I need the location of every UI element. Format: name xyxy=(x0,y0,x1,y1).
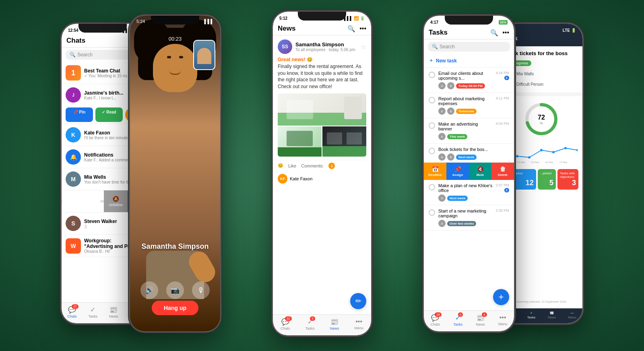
time-tasks: 4:17 xyxy=(430,20,438,25)
tab-news-tasks[interactable]: 📰 4 News xyxy=(476,314,485,326)
detail-tab-menu[interactable]: ••• Menu xyxy=(568,311,576,319)
post-body-text: Finally signed the rental agreement. As … xyxy=(278,64,363,89)
task-checkbox-4[interactable] xyxy=(429,148,435,154)
time-news: 5:12 xyxy=(279,16,287,21)
new-task-label: New task xyxy=(436,58,457,64)
tab-tasks-tasks[interactable]: ✓ 4 Tasks xyxy=(453,314,462,326)
task-name-6: Start of a new marketing campaign xyxy=(438,209,492,218)
mute-button-task[interactable]: 🔇 Mute xyxy=(469,163,491,180)
read-button[interactable]: ✓ Read xyxy=(95,107,123,122)
hangup-button[interactable]: Hang up xyxy=(152,301,198,315)
commenter-name: Kate Faxon xyxy=(290,176,312,181)
task-checkbox-5[interactable] xyxy=(429,184,435,190)
task-avatar-2b: B xyxy=(447,107,454,115)
task-name-3: Make an advertising banner xyxy=(438,122,492,131)
delete-button-task[interactable]: 🗑 Delete xyxy=(491,163,514,180)
task-meta-1: A B Today 08:00 PM xyxy=(438,82,492,89)
task-content-6: Start of a new marketing campaign A Over… xyxy=(438,209,492,227)
unfollow-button[interactable]: 🔕 Unfollow xyxy=(104,190,128,212)
chat-info-kate: Kate Faxon I'll be there in ten minutes xyxy=(84,130,132,140)
task-action-buttons: 📅 Deadline 📌 Assign 🔇 Mute 🗑 xyxy=(424,163,514,180)
tab-news-news[interactable]: 📰 News xyxy=(330,318,339,330)
tab-chats-news[interactable]: 💬 32 Chats xyxy=(281,318,290,330)
mute-icon: 🔇 xyxy=(477,166,484,172)
detail-tab-news[interactable]: 📰 News xyxy=(548,311,556,319)
chat-info: Best Team Chat ✓ You: Meeting in 15 minu… xyxy=(84,68,132,78)
tab-chats-tasks[interactable]: 💬 28 Chats xyxy=(431,314,440,326)
task-avatar-4a: A xyxy=(438,153,446,161)
tasks-search-bar[interactable]: 🔍 Search xyxy=(428,42,510,52)
wifi-news: 📶 xyxy=(354,16,359,21)
task-item-4[interactable]: Book tickets for the bos... A B Next wee… xyxy=(424,144,514,163)
deadline-button[interactable]: 📅 Deadline xyxy=(424,163,446,180)
task-person-row: Mia Walls xyxy=(505,69,578,78)
stat-objections-value: 3 xyxy=(560,179,576,187)
post-author-name: Samantha Simpson xyxy=(295,41,355,47)
detail-tasks-label: Tasks xyxy=(527,316,535,319)
task-item-6[interactable]: Start of a new marketing campaign A Over… xyxy=(424,205,514,231)
stat-objections-label: Tasks with objections xyxy=(560,171,576,179)
tab-chats[interactable]: 💬 27 Chats xyxy=(67,306,77,318)
task-item-1[interactable]: Email our clients about upcoming s... A … xyxy=(424,68,514,93)
task-content-1: Email our clients about upcoming s... A … xyxy=(438,71,492,89)
time-chats: 12:54 xyxy=(68,28,78,33)
tab-menu-tasks[interactable]: ••• Menu xyxy=(498,314,508,326)
tab-tasks[interactable]: ✓ Tasks xyxy=(88,306,97,318)
avatar-mia: M xyxy=(66,171,81,187)
more-news-icon[interactable]: ••• xyxy=(359,25,366,33)
search-tasks-icon-sm: 🔍 xyxy=(432,44,438,50)
tab-chats-label: Chats xyxy=(67,314,77,318)
date-label: Summary selected: 13 September 2018 xyxy=(504,300,578,303)
avatar-jasmine: J xyxy=(66,87,81,103)
task-time-3: 4:04 PM xyxy=(495,122,509,126)
more-tasks-icon[interactable]: ••• xyxy=(502,29,509,37)
new-task-button[interactable]: ＋ New task xyxy=(424,54,514,68)
news-tab-icon: 📰 xyxy=(109,306,118,314)
chat-preview-best-team: ✓ You: Meeting in 15 minutes xyxy=(84,74,132,78)
task-checkbox-6[interactable] xyxy=(429,209,435,216)
task-avatar-6a: A xyxy=(438,220,446,227)
task-meta-2: A B Tomorrow xyxy=(438,107,492,115)
detail-news-icon: 📰 xyxy=(550,311,554,315)
task-checkbox-1[interactable] xyxy=(429,72,435,78)
post-images xyxy=(278,93,366,157)
assign-button[interactable]: 📌 Assign xyxy=(446,163,469,180)
task-tag-2: Tomorrow xyxy=(456,109,477,114)
task-section2-name: Difficult Person xyxy=(516,82,543,87)
pin-button[interactable]: 📌 Pin xyxy=(66,107,93,122)
speaker-button[interactable]: 🔊 xyxy=(140,281,158,299)
avatar-workgroup: W xyxy=(66,238,81,254)
detail-tab-tasks[interactable]: ✓ Tasks xyxy=(527,311,535,319)
task-checkbox-2[interactable] xyxy=(429,97,435,103)
like-button[interactable]: 😊 xyxy=(278,163,283,168)
task-avatar-2a: A xyxy=(438,107,446,115)
more-label-news: Menu xyxy=(354,326,363,330)
compose-fab[interactable]: ✏ xyxy=(350,293,366,309)
news-badge-tasks: 4 xyxy=(482,312,487,317)
bookmark-icon[interactable]: ☆ xyxy=(361,43,366,51)
task-time-2: 4:11 PM xyxy=(495,96,509,100)
task-avatar-1a: A xyxy=(438,82,446,89)
task-avatar-5a: A xyxy=(438,194,446,202)
tab-tasks-news[interactable]: ✓ 5 Tasks xyxy=(305,318,315,330)
task-item-2[interactable]: Report about marketing expenses A B Tomo… xyxy=(424,93,514,118)
search-news-icon[interactable]: 🔍 xyxy=(347,25,355,33)
assign-label: Assign xyxy=(452,173,463,177)
camera-off-button[interactable]: 📷 xyxy=(166,281,184,299)
task-item-5[interactable]: Make a plan of new Khloe's office A Next… xyxy=(424,180,514,205)
task-item-3[interactable]: Make an advertising banner A This week 4… xyxy=(424,118,514,144)
phone-news: 5:12 ▌▌▌ 📶 🔋 News 🔍 ••• xyxy=(272,10,372,337)
news-icon-news: 📰 xyxy=(330,318,339,326)
task-name-5: Make a plan of new Khloe's office xyxy=(438,183,492,193)
tab-more-news[interactable]: ••• Menu xyxy=(354,318,363,330)
tab-news[interactable]: 📰 News xyxy=(109,306,118,318)
mute-button[interactable]: 🎙 xyxy=(192,281,210,299)
search-icon-small: 🔍 xyxy=(70,52,76,58)
search-tasks-icon[interactable]: 🔍 xyxy=(490,29,498,37)
svg-text:17 Sep: 17 Sep xyxy=(559,161,568,163)
task-checkbox-3[interactable] xyxy=(429,122,435,129)
tab-bar-news: 💬 32 Chats ✓ 5 Tasks 📰 Ne xyxy=(273,314,371,335)
mute-label: Mute xyxy=(477,173,484,177)
tasks-fab[interactable]: + xyxy=(493,289,509,305)
svg-text:72: 72 xyxy=(538,114,545,121)
